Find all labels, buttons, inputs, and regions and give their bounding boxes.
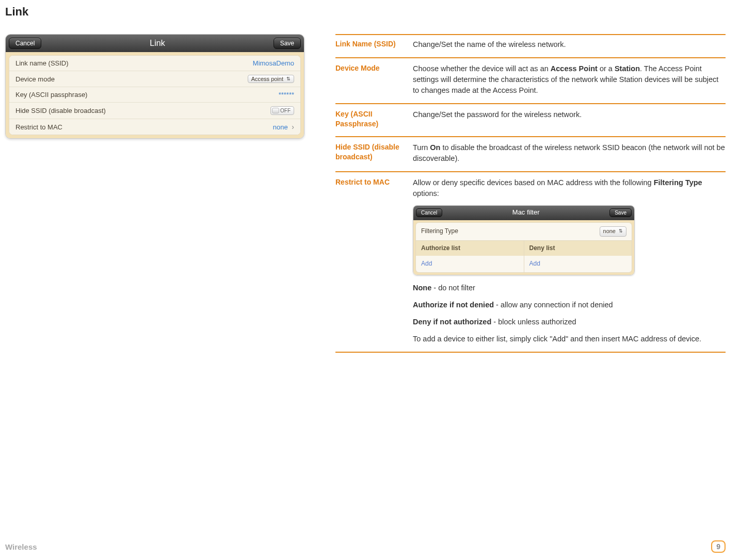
filtering-type-value: none — [603, 227, 616, 236]
text-bold: Access Point — [551, 64, 598, 73]
mac-value: none — [273, 123, 288, 131]
text: To add a device to either list, simply c… — [413, 334, 726, 344]
row-ssid[interactable]: Link name (SSID) MimosaDemo — [9, 56, 300, 71]
deny-add-link[interactable]: Add — [524, 256, 632, 272]
ssid-value: MimosaDemo — [253, 59, 294, 67]
authorize-header: Authorize list — [416, 241, 524, 256]
link-titlebar: Cancel Link Save — [6, 35, 304, 52]
deny-header: Deny list — [524, 241, 632, 256]
page-number-badge: 9 — [711, 540, 726, 553]
def-hide-ssid: Hide SSID (disable broadcast) Turn On to… — [335, 137, 726, 172]
key-label: Key (ASCII passphrase) — [15, 91, 87, 98]
hide-label: Hide SSID (disable broadcast) — [15, 107, 106, 114]
desc-link-name: Change/Set the name of the wireless netw… — [413, 39, 726, 50]
text: options: — [413, 189, 439, 197]
term-restrict-mac: Restrict to MAC — [335, 177, 413, 344]
mac-list-headers: Authorize list Deny list — [416, 240, 632, 256]
right-column: Link Name (SSID) Change/Set the name of … — [335, 34, 726, 353]
text: Choose whether the device will act as an — [413, 64, 551, 73]
row-key[interactable]: Key (ASCII passphrase) ****** — [9, 87, 300, 103]
text-bold: Deny if not authorized — [413, 318, 491, 326]
term-key: Key (ASCII Passphrase) — [335, 109, 413, 129]
hide-ssid-toggle[interactable]: OFF — [270, 106, 294, 115]
def-key: Key (ASCII Passphrase) Change/Set the pa… — [335, 104, 726, 137]
text: - allow any connection if not denied — [494, 301, 613, 309]
footer-section: Wireless — [5, 542, 37, 551]
page-title: Link — [5, 5, 726, 19]
text: to disable the broadcast of the wireless… — [413, 143, 725, 162]
text: or a — [598, 64, 615, 73]
def-link-name: Link Name (SSID) Change/Set the name of … — [335, 35, 726, 58]
left-column: Cancel Link Save Link name (SSID) Mimosa… — [5, 34, 304, 353]
mac-save-button[interactable]: Save — [609, 208, 632, 217]
mac-filter-window: Cancel Mac filter Save Filtering Type no… — [413, 205, 635, 275]
updown-caret-icon: ⇅ — [619, 228, 623, 235]
link-window: Cancel Link Save Link name (SSID) Mimosa… — [5, 34, 304, 139]
term-device-mode: Device Mode — [335, 63, 413, 96]
text-bold: Authorize if not denied — [413, 301, 494, 309]
desc-device-mode: Choose whether the device will act as an… — [413, 63, 726, 96]
mac-cancel-button[interactable]: Cancel — [416, 208, 442, 217]
desc-key: Change/Set the password for the wireless… — [413, 109, 726, 129]
filtering-type-select[interactable]: none ⇅ — [600, 226, 626, 237]
ssid-label: Link name (SSID) — [15, 59, 69, 67]
text: - block unless authorized — [491, 318, 576, 326]
text: Turn — [413, 143, 430, 152]
text-bold: Filtering Type — [654, 178, 702, 187]
mac-window-title: Mac filter — [442, 208, 609, 218]
row-device-mode[interactable]: Device mode Access point ⇅ — [9, 71, 300, 87]
authorize-add-link[interactable]: Add — [416, 256, 524, 272]
text: Allow or deny specific devices based on … — [413, 178, 654, 187]
mode-label: Device mode — [15, 75, 55, 83]
updown-caret-icon: ⇅ — [286, 76, 291, 81]
mac-filtering-row[interactable]: Filtering Type none ⇅ — [416, 223, 632, 240]
desc-hide-ssid: Turn On to disable the broadcast of the … — [413, 142, 726, 164]
hide-value: OFF — [280, 108, 291, 113]
page-footer: Wireless 9 — [5, 540, 726, 553]
text: - do not filter — [431, 284, 475, 292]
mac-titlebar: Cancel Mac filter Save — [413, 206, 634, 220]
mac-label: Restrict to MAC — [15, 123, 62, 131]
term-hide-ssid: Hide SSID (disable broadcast) — [335, 142, 413, 164]
row-restrict-mac[interactable]: Restrict to MAC none › — [9, 119, 300, 135]
chevron-right-icon: › — [292, 123, 294, 131]
def-device-mode: Device Mode Choose whether the device wi… — [335, 58, 726, 104]
save-button[interactable]: Save — [274, 38, 301, 49]
term-link-name: Link Name (SSID) — [335, 39, 413, 50]
text-bold: On — [430, 143, 440, 152]
desc-restrict-mac: Allow or deny specific devices based on … — [413, 177, 726, 344]
link-window-title: Link — [41, 39, 273, 48]
cancel-button[interactable]: Cancel — [9, 38, 41, 49]
text-bold: Station — [615, 64, 640, 73]
key-value: ****** — [279, 91, 294, 98]
filtering-type-label: Filtering Type — [421, 227, 458, 236]
mode-value: Access point — [251, 76, 283, 82]
mode-select[interactable]: Access point ⇅ — [248, 75, 294, 83]
def-restrict-mac: Restrict to MAC Allow or deny specific d… — [335, 172, 726, 353]
row-hide-ssid[interactable]: Hide SSID (disable broadcast) OFF — [9, 103, 300, 119]
text-bold: None — [413, 284, 431, 292]
